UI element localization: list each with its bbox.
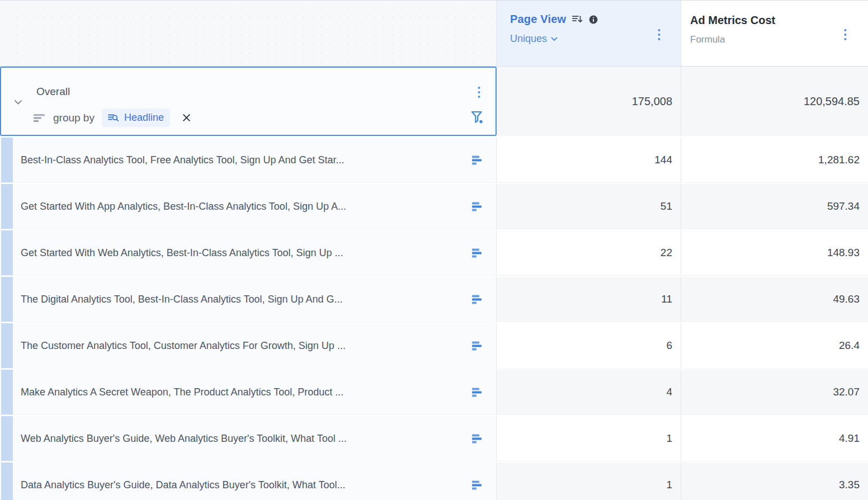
horizontal-bar-chart-icon[interactable] <box>472 248 484 258</box>
group-by-property-chip[interactable]: Headline <box>102 109 170 127</box>
chevron-down-icon <box>551 37 558 41</box>
column-header-ad-metrics-cost[interactable]: Ad Metrics Cost Formula <box>681 1 868 66</box>
page-view-value: 22 <box>497 230 681 275</box>
page-view-value: 1 <box>497 416 681 461</box>
overall-group-by-cell[interactable]: Overall group by <box>0 67 497 136</box>
row-headline-cell[interactable]: Get Started With App Analytics, Best-In-… <box>0 184 497 229</box>
row-headline-cell[interactable]: Data Analytics Buyer's Guide, Data Analy… <box>0 463 497 500</box>
page-view-value: 6 <box>497 323 681 368</box>
horizontal-bar-chart-icon[interactable] <box>472 480 484 490</box>
bars-icon <box>34 114 46 122</box>
close-icon[interactable] <box>182 114 191 122</box>
page-view-value: 51 <box>497 184 681 229</box>
row-headline-cell[interactable]: Make Analytics A Secret Weapon, The Prod… <box>0 370 497 414</box>
row-headline-cell[interactable]: The Digital Analytics Tool, Best-In-Clas… <box>0 277 497 322</box>
table-row: Data Analytics Buyer's Guide, Data Analy… <box>0 463 868 500</box>
group-by-property-label: Headline <box>124 112 164 124</box>
ad-metrics-cost-value: 597.34 <box>681 184 868 229</box>
table-row: Get Started With App Analytics, Best-In-… <box>0 184 868 229</box>
row-headline-cell[interactable]: The Customer Analytics Tool, Customer An… <box>0 323 497 368</box>
ad-metrics-cost-value: 3.35 <box>681 463 868 500</box>
column-header-page-view[interactable]: Page View Uniques <box>497 1 681 66</box>
chevron-down-icon[interactable] <box>14 100 22 105</box>
info-icon[interactable] <box>589 15 598 24</box>
filter-funnel-icon[interactable] <box>470 110 484 124</box>
overall-row: Overall group by <box>0 67 868 136</box>
headline-text: Make Analytics A Secret Weapon, The Prod… <box>21 386 465 398</box>
uniques-measure-label: Uniques <box>510 33 547 45</box>
row-indent-stripe <box>1 463 13 500</box>
overall-page-view-value: 175,008 <box>497 67 681 136</box>
header-empty-cell <box>0 1 497 66</box>
table-row: The Digital Analytics Tool, Best-In-Clas… <box>0 277 868 322</box>
horizontal-bar-chart-icon[interactable] <box>472 202 484 211</box>
formula-subtitle: Formula <box>690 34 868 45</box>
row-headline-cell[interactable]: Web Analytics Buyer's Guide, Web Analyti… <box>0 416 497 461</box>
headline-text: Best-In-Class Analytics Tool, Free Analy… <box>21 154 465 166</box>
page-view-value: 144 <box>497 138 681 182</box>
kebab-menu-icon[interactable] <box>478 86 480 98</box>
row-indent-stripe <box>1 277 13 322</box>
uniques-measure-dropdown[interactable]: Uniques <box>510 33 681 45</box>
ad-metrics-cost-value: 49.63 <box>681 277 868 322</box>
ad-metrics-cost-value: 148.93 <box>681 230 868 275</box>
horizontal-bar-chart-icon[interactable] <box>472 434 484 444</box>
group-by-label: group by <box>53 112 95 124</box>
page-view-value: 4 <box>497 370 681 414</box>
table-row: Best-In-Class Analytics Tool, Free Analy… <box>0 138 868 182</box>
table-row: Make Analytics A Secret Weapon, The Prod… <box>0 370 868 414</box>
horizontal-bar-chart-icon[interactable] <box>472 341 484 351</box>
row-indent-stripe <box>1 323 13 368</box>
kebab-menu-icon[interactable] <box>844 29 847 41</box>
overall-ad-metrics-cost-value: 120,594.85 <box>681 67 868 136</box>
headline-text: Web Analytics Buyer's Guide, Web Analyti… <box>21 433 465 445</box>
page-view-value: 1 <box>497 463 681 500</box>
page-view-column-title[interactable]: Page View <box>510 13 566 26</box>
ad-metrics-cost-column-title: Ad Metrics Cost <box>690 14 868 27</box>
ad-metrics-cost-value: 32.07 <box>681 370 868 414</box>
headline-text: Get Started With Web Analytics, Best-In-… <box>21 247 465 259</box>
row-indent-stripe <box>1 416 13 461</box>
table-row: Web Analytics Buyer's Guide, Web Analyti… <box>0 416 868 461</box>
headline-text: The Customer Analytics Tool, Customer An… <box>21 340 465 352</box>
list-search-icon <box>108 114 119 122</box>
overall-label: Overall <box>36 86 70 98</box>
horizontal-bar-chart-icon[interactable] <box>472 155 484 165</box>
kebab-menu-icon[interactable] <box>658 29 661 41</box>
headline-text: Data Analytics Buyer's Guide, Data Analy… <box>21 479 465 491</box>
row-headline-cell[interactable]: Best-In-Class Analytics Tool, Free Analy… <box>0 138 497 182</box>
ad-metrics-cost-value: 4.91 <box>681 416 868 461</box>
row-indent-stripe <box>1 184 13 229</box>
headline-text: Get Started With App Analytics, Best-In-… <box>21 201 465 213</box>
ad-metrics-cost-value: 26.4 <box>681 323 868 368</box>
page-view-value: 11 <box>497 277 681 322</box>
table-row: Get Started With Web Analytics, Best-In-… <box>0 230 868 275</box>
row-headline-cell[interactable]: Get Started With Web Analytics, Best-In-… <box>0 230 497 275</box>
sort-descending-icon[interactable] <box>572 15 583 24</box>
row-indent-stripe <box>1 370 13 414</box>
table-row: The Customer Analytics Tool, Customer An… <box>0 323 868 368</box>
headline-text: The Digital Analytics Tool, Best-In-Clas… <box>21 294 465 305</box>
horizontal-bar-chart-icon[interactable] <box>472 388 484 397</box>
horizontal-bar-chart-icon[interactable] <box>472 295 484 304</box>
ad-metrics-cost-value: 1,281.62 <box>681 138 868 182</box>
table-body: Best-In-Class Analytics Tool, Free Analy… <box>0 138 868 500</box>
row-indent-stripe <box>1 230 13 275</box>
table-header-row: Page View Uniques <box>0 1 868 67</box>
analytics-results-table: Page View Uniques <box>0 0 868 500</box>
row-indent-stripe <box>1 138 13 182</box>
